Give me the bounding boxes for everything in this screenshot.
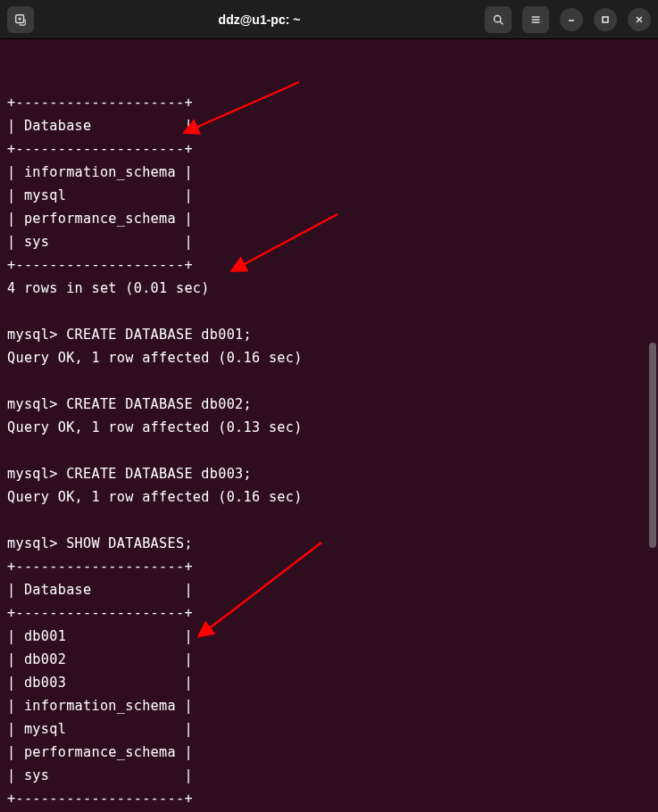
minimize-button[interactable] — [560, 8, 583, 31]
new-tab-button[interactable] — [7, 6, 34, 33]
svg-rect-2 — [603, 17, 608, 22]
window-titlebar: ddz@u1-pc: ~ — [0, 0, 658, 39]
titlebar-right — [485, 6, 651, 33]
close-button[interactable] — [628, 8, 651, 31]
maximize-button[interactable] — [594, 8, 617, 31]
titlebar-left — [7, 6, 34, 33]
terminal-output[interactable]: +--------------------+ | Database | +---… — [0, 39, 658, 812]
search-button[interactable] — [485, 6, 512, 33]
scrollbar-thumb[interactable] — [649, 343, 656, 548]
hamburger-menu-button[interactable] — [522, 6, 549, 33]
terminal-text: +--------------------+ | Database | +---… — [7, 91, 651, 812]
svg-point-1 — [494, 15, 500, 21]
window-title: ddz@u1-pc: ~ — [41, 12, 478, 27]
